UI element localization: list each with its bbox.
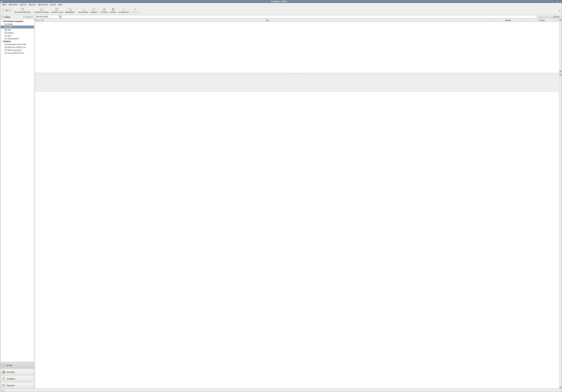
switcher-contacts[interactable]: Kontakte bbox=[0, 369, 34, 375]
copy-icon bbox=[92, 8, 95, 11]
folder-trash[interactable]: Müll bbox=[1, 28, 34, 31]
col-from[interactable]: Von bbox=[44, 19, 492, 22]
new-label: Neu bbox=[6, 10, 9, 11]
svg-rect-41 bbox=[42, 21, 42, 21]
maximize-button[interactable] bbox=[557, 0, 559, 2]
col-attachment[interactable] bbox=[38, 19, 41, 22]
sidebar-header: Inbox 2 insgesamt bbox=[0, 15, 34, 19]
search-go-button[interactable]: Jetzt suchen bbox=[538, 15, 551, 18]
move-button[interactable]: Verschieben bbox=[78, 7, 89, 14]
col-subject[interactable]: Betreff bbox=[492, 19, 525, 22]
folder-label: Outbox bbox=[8, 32, 14, 34]
junk-button[interactable]: Unerwünscht bbox=[117, 7, 130, 14]
svg-point-10 bbox=[57, 8, 58, 8]
switcher-tasks[interactable]: Aufgaben bbox=[0, 376, 34, 382]
not-junk-button[interactable]: Erwünscht bbox=[130, 7, 140, 14]
list-body[interactable] bbox=[35, 22, 559, 73]
menubar: Datei Bearbeiten Ansicht Aktionen Werkze… bbox=[0, 3, 562, 6]
new-button[interactable]: Neu ▾ bbox=[1, 8, 12, 12]
expand-icon: ▽ bbox=[1, 41, 3, 42]
svg-rect-37 bbox=[2, 384, 5, 385]
contacts-icon bbox=[2, 370, 5, 374]
titlebar[interactable]: Evolution - E-Mail bbox=[0, 0, 562, 3]
folder-inbox[interactable]: Inbox bbox=[1, 25, 34, 28]
search-input[interactable] bbox=[62, 15, 537, 18]
search-filter-combo[interactable]: Betreff enthält ▲ ▼ bbox=[35, 15, 61, 18]
forward-label: Weiterleiten bbox=[65, 11, 75, 13]
svg-point-21 bbox=[124, 9, 124, 10]
preview-vscrollbar[interactable]: ▲ ⋮ ▼ bbox=[559, 74, 561, 388]
splitter[interactable]: · · · · · · · bbox=[35, 73, 562, 74]
toolbar: Neu ▾ Verschicken/Abrufen Antwort verfas… bbox=[0, 6, 562, 15]
scroll-track[interactable] bbox=[559, 21, 561, 68]
reply-all-button[interactable]: Antwort an alle bbox=[50, 7, 64, 14]
reply-button[interactable]: Antwort verfassen bbox=[34, 7, 50, 14]
scroll-up[interactable]: ▲ bbox=[559, 19, 561, 21]
vscrollbar[interactable]: ▲ ⋮ ▼ bbox=[559, 19, 561, 73]
menu-tools[interactable]: Werkzeuge bbox=[37, 3, 49, 6]
menu-view[interactable]: Ansicht bbox=[19, 3, 27, 6]
svg-rect-44 bbox=[2, 391, 4, 391]
list-header: ▲ Von Betreff Datum bbox=[35, 19, 559, 22]
menu-edit[interactable]: Bearbeiten bbox=[8, 3, 19, 6]
svg-rect-31 bbox=[5, 371, 5, 372]
spin-up[interactable]: ▲ bbox=[59, 15, 61, 17]
scroll-down[interactable]: ▼ bbox=[559, 71, 561, 73]
menu-help[interactable]: Hilfe bbox=[57, 3, 63, 6]
forward-button[interactable]: Weiterleiten bbox=[64, 7, 76, 14]
menu-file[interactable]: Datei bbox=[1, 3, 8, 6]
scroll-up[interactable]: ▲ bbox=[559, 74, 561, 76]
close-button[interactable] bbox=[559, 0, 562, 2]
folder-label: Mail from Ximian, Inc. bbox=[8, 46, 26, 48]
copy-label: Kopieren bbox=[90, 11, 97, 13]
folder-label: Müll bbox=[8, 29, 11, 31]
sidebar-title: Inbox bbox=[5, 16, 23, 18]
scroll-down[interactable]: ▼ bbox=[559, 386, 561, 388]
not-junk-label: Erwünscht bbox=[131, 11, 139, 13]
connection-icon[interactable] bbox=[1, 390, 5, 392]
switcher-calendar[interactable]: 31 Kalender bbox=[0, 382, 34, 389]
toolbar-overflow[interactable]: ▸ bbox=[559, 9, 561, 12]
vfolder-unread[interactable]: Unread Mail (local) bbox=[1, 51, 34, 54]
folder-icon bbox=[5, 43, 7, 45]
message-list: ▲ Von Betreff Datum ▲ ⋮ ▼ bbox=[35, 19, 562, 73]
send-receive-button[interactable]: Verschicken/Abrufen bbox=[13, 7, 32, 14]
junk-small-icon bbox=[5, 37, 7, 40]
tree-group-vfolders[interactable]: ▽ VOrdner bbox=[1, 40, 34, 43]
col-important[interactable] bbox=[41, 19, 44, 22]
preview-body[interactable] bbox=[35, 92, 559, 388]
trash-small-icon bbox=[5, 29, 7, 31]
folder-drafts[interactable]: Drafts bbox=[1, 23, 34, 25]
vfolder-important[interactable]: Important mail (local) bbox=[1, 43, 34, 46]
spin-down[interactable]: ▼ bbox=[59, 17, 61, 18]
svg-point-20 bbox=[123, 9, 123, 10]
svg-point-9 bbox=[57, 8, 57, 8]
reply-all-label: Antwort an alle bbox=[51, 11, 63, 13]
col-flag[interactable]: ▲ bbox=[35, 19, 38, 22]
vfolder-ximian[interactable]: Mail from Ximian, Inc. bbox=[1, 46, 34, 49]
minimize-button[interactable] bbox=[555, 0, 557, 2]
folder-icon bbox=[5, 35, 7, 37]
col-date[interactable]: Datum bbox=[525, 19, 559, 22]
search-clear-button[interactable]: Löschen bbox=[551, 15, 562, 18]
svg-rect-33 bbox=[5, 372, 5, 373]
folder-outbox[interactable]: Outbox bbox=[1, 31, 34, 34]
delete-button[interactable]: Löschen bbox=[109, 7, 117, 14]
menu-actions[interactable]: Aktionen bbox=[27, 3, 37, 6]
vfolder-unsorted[interactable]: Nicht einsortiert bbox=[1, 49, 34, 51]
separator bbox=[12, 8, 13, 13]
junk-icon bbox=[122, 8, 125, 11]
svg-rect-40 bbox=[42, 20, 42, 20]
folder-junk[interactable]: Unerwünscht bbox=[1, 37, 34, 40]
menu-search[interactable]: Suchen bbox=[49, 3, 57, 6]
switcher-email[interactable]: E-Mail bbox=[0, 362, 34, 369]
print-button[interactable]: Drucken bbox=[100, 7, 109, 14]
folder-sent[interactable]: Sent bbox=[1, 34, 34, 37]
folder-label: Unread Mail (local) bbox=[8, 52, 23, 54]
copy-button[interactable]: Kopieren bbox=[89, 7, 98, 14]
tree-group-local[interactable]: ▽ Auf diesem Computer bbox=[1, 20, 34, 23]
switcher-label: E-Mail bbox=[7, 364, 12, 367]
folder-tree[interactable]: ▽ Auf diesem Computer Drafts Inbox Müll bbox=[0, 19, 34, 362]
scroll-track[interactable] bbox=[559, 76, 561, 384]
svg-point-30 bbox=[3, 371, 4, 372]
